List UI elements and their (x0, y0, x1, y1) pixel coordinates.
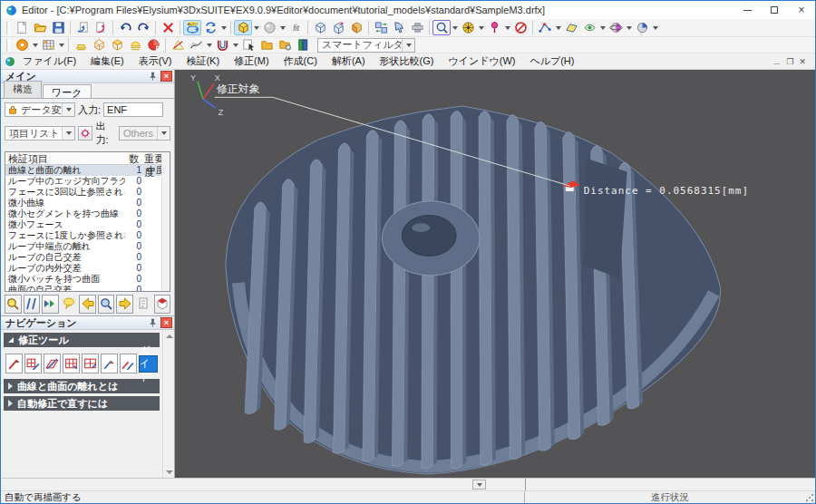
input-field[interactable]: ENF (103, 102, 163, 117)
pin-panel-button[interactable] (147, 317, 159, 328)
tab-work[interactable]: ワーク (43, 84, 92, 98)
info-dropdown[interactable] (31, 37, 39, 53)
sync-cubes-icon[interactable] (372, 20, 390, 35)
pen-dual-tool[interactable] (120, 354, 137, 373)
scroll-down-arrow[interactable] (165, 468, 173, 476)
half-dome-icon[interactable] (126, 37, 144, 53)
flag-polygon-icon[interactable] (562, 20, 580, 35)
u-shape-icon[interactable] (213, 37, 231, 53)
pie-r-icon[interactable]: R (144, 37, 162, 53)
col-item[interactable]: 検証項目 (5, 152, 125, 164)
polyline-dropdown[interactable] (554, 20, 562, 35)
triangle-check-icon[interactable] (169, 37, 187, 53)
menu-item[interactable]: ヘルプ(H) (522, 53, 581, 69)
table-row[interactable]: 微小パッチを持つ曲面 0 (5, 274, 170, 285)
curve-net-dropdown[interactable] (205, 37, 213, 53)
auto-rotate-icon[interactable]: AUTO (183, 20, 201, 35)
magnifier-dropdown[interactable] (451, 20, 459, 35)
undo-icon[interactable] (116, 20, 134, 35)
close-panel-button[interactable]: × (160, 317, 172, 328)
table-row[interactable]: ループの自己交差 0 (5, 252, 170, 263)
next-result-button[interactable] (116, 295, 133, 314)
search-yellow-button[interactable] (5, 295, 22, 314)
pin-dropdown[interactable] (503, 20, 511, 35)
toolbar-grip[interactable] (6, 39, 10, 52)
navigation-scrollbar[interactable] (162, 330, 174, 478)
magnifier-boxed-icon[interactable] (432, 20, 451, 35)
patch-grid-pen-tool[interactable] (24, 354, 42, 373)
new-file-icon[interactable] (13, 20, 31, 35)
section-fix-tools[interactable]: 修正ツール (4, 333, 160, 347)
open-folder-icon[interactable] (31, 20, 49, 35)
menu-item[interactable]: 編集(E) (83, 53, 131, 69)
shaded-cube-icon[interactable] (234, 20, 252, 35)
col-count[interactable]: 数 (125, 152, 141, 164)
pen-blue-tool[interactable] (101, 354, 118, 373)
mdi-minimize-button[interactable]: ＿ (772, 55, 781, 67)
clamp-move-icon[interactable] (408, 20, 426, 35)
menu-item[interactable]: ファイル(F) (15, 53, 83, 69)
polyline-icon[interactable] (536, 20, 554, 35)
scroll-up-arrow[interactable] (165, 332, 173, 340)
filter-arrows-button[interactable] (42, 295, 59, 314)
table-row[interactable]: 微小フェース 0 (5, 219, 170, 230)
fit-view-icon[interactable]: fit (287, 20, 305, 35)
converter-dropdown[interactable] (62, 103, 74, 116)
book-layers-icon[interactable] (294, 37, 312, 53)
section-what-is-gap[interactable]: 曲線と曲面の離れとは (4, 379, 160, 393)
refresh-icon[interactable] (201, 20, 219, 35)
eye-dropdown[interactable] (598, 20, 607, 35)
table-row[interactable]: ループ中のエッジ方向フラグの整合性 0 (5, 176, 170, 187)
settings-gear-button[interactable] (78, 126, 92, 141)
save-icon[interactable] (49, 20, 67, 35)
tab-structure[interactable]: 構造 (4, 81, 42, 98)
item-list-dropdown[interactable] (62, 127, 74, 140)
cursor-sheet-icon[interactable] (239, 37, 257, 53)
compass-icon[interactable] (459, 20, 477, 35)
pen-red-tool[interactable] (5, 354, 23, 373)
guide-button[interactable]: ガイド (139, 355, 158, 373)
orbit-circle-icon[interactable] (633, 20, 651, 35)
folder-items-icon[interactable] (257, 37, 276, 53)
pin-panel-button[interactable] (147, 71, 159, 82)
parallel-button[interactable] (24, 295, 41, 314)
mdi-close-button[interactable]: ✕ (799, 57, 806, 66)
pin-icon[interactable] (485, 20, 503, 35)
menu-item[interactable]: 形状比較(G) (373, 53, 442, 69)
table-row[interactable]: 曲線と曲面の離れ 1 中度 (5, 165, 170, 176)
table-row[interactable]: 微小セグメントを持つ曲線 0 (5, 208, 170, 219)
table-row[interactable]: フェースに3回以上参照されるエッジ 0 (5, 187, 170, 198)
3d-model[interactable] (226, 106, 721, 474)
no-entry-icon[interactable] (511, 20, 529, 35)
import-file-icon[interactable] (73, 20, 92, 35)
wire-box-1-icon[interactable] (90, 37, 108, 53)
maximize-button[interactable] (761, 1, 788, 19)
menu-item[interactable]: 修正(M) (227, 53, 277, 69)
wire-box-2-icon[interactable] (108, 37, 126, 53)
shell-cube-icon[interactable] (347, 20, 365, 35)
menu-item[interactable]: 検証(K) (179, 53, 227, 69)
section-auto-fix[interactable]: 自動修正で直すには (4, 396, 160, 411)
prompt-dropdown[interactable] (472, 480, 486, 489)
smart-filter-dropdown[interactable] (402, 39, 414, 52)
3d-viewport[interactable]: 修正対象 Distance = 0.0568315[mm] Y X Z (175, 70, 815, 478)
grid-table-dropdown[interactable] (57, 37, 65, 53)
table-row[interactable]: フェースに1度しか参照されないエッジ 0 (5, 230, 170, 241)
wire-cube-icon[interactable] (311, 20, 329, 35)
orbit-circle-dropdown[interactable] (651, 20, 659, 35)
table-row[interactable]: ループ中端点の離れ 0 (5, 241, 170, 252)
close-button[interactable]: × (788, 1, 815, 19)
grid-table-icon[interactable] (39, 37, 57, 53)
menu-item[interactable]: 作成(C) (277, 53, 325, 69)
slash-patch-tool[interactable] (44, 354, 61, 373)
bed-platform-icon[interactable] (72, 37, 90, 53)
grid-red-1-tool[interactable] (63, 354, 80, 373)
resize-grip[interactable] (805, 493, 814, 502)
smart-filter-combo[interactable]: スマートフィルター (317, 38, 415, 53)
red-cube-button[interactable] (154, 295, 171, 314)
info-icon[interactable] (13, 37, 31, 53)
item-list-combo[interactable]: 項目リスト (5, 126, 75, 141)
eye-visibility-icon[interactable] (580, 20, 598, 35)
compass-dropdown[interactable] (477, 20, 485, 35)
sphere-display-icon[interactable] (260, 20, 278, 35)
